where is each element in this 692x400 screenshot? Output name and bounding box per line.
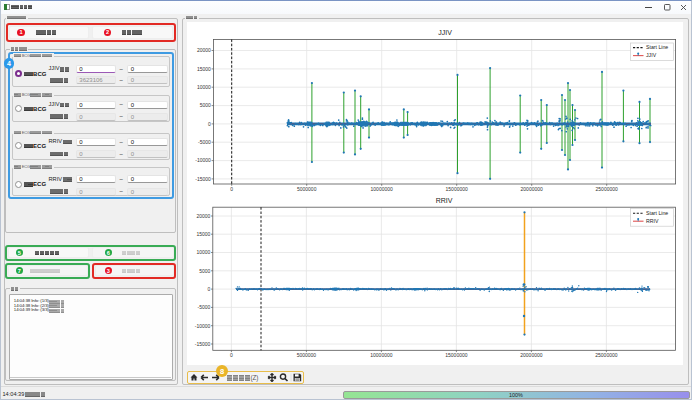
svg-text:-10000: -10000	[195, 157, 211, 163]
svg-text:5000: 5000	[200, 102, 211, 108]
svg-text:0: 0	[208, 121, 211, 127]
svg-text:Start Line: Start Line	[646, 44, 668, 50]
svg-text:15000000: 15000000	[446, 186, 468, 192]
svg-text:-5000: -5000	[198, 139, 211, 145]
svg-text:-15000: -15000	[195, 176, 211, 182]
svg-text:0: 0	[230, 186, 233, 192]
svg-text:JJIV: JJIV	[646, 52, 657, 58]
svg-text:10000: 10000	[197, 84, 211, 90]
svg-text:10000000: 10000000	[371, 186, 393, 192]
svg-text:JJIV: JJIV	[438, 29, 452, 36]
svg-text:15000: 15000	[197, 66, 211, 72]
svg-text:5000000: 5000000	[297, 186, 317, 192]
svg-text:20000: 20000	[197, 47, 211, 53]
svg-text:20000000: 20000000	[521, 186, 543, 192]
svg-text:25000000: 25000000	[596, 186, 618, 192]
